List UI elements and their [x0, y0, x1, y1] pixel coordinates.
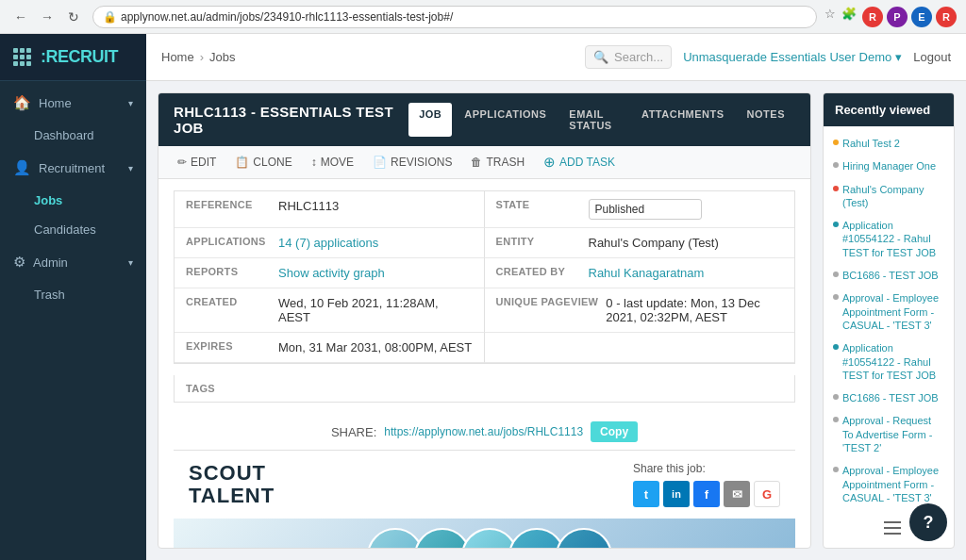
help-icon: ?	[924, 513, 934, 533]
unique-pageview-label: UNIQUE PAGEVIEW	[496, 296, 599, 307]
breadcrumb-home[interactable]: Home	[161, 50, 194, 64]
ext-icon-3[interactable]: E	[911, 7, 932, 27]
unique-pageview-value: 0 - last update: Mon, 13 Dec 2021, 02:32…	[606, 296, 783, 324]
logout-button[interactable]: Logout	[913, 50, 951, 64]
search-box[interactable]: 🔍 Search...	[585, 45, 672, 69]
expires-value: Mon, 31 Mar 2031, 08:00PM, AEST	[278, 340, 472, 354]
rv-dot-4	[833, 222, 839, 227]
recently-viewed-header: Recently viewed	[824, 93, 954, 126]
rv-dot-8	[833, 394, 839, 400]
preview-header: SCOUT TALENT Share this job: t in f ✉	[174, 451, 795, 519]
ext-icon-1[interactable]: R	[862, 7, 883, 27]
job-title: RHLC1113 - ESSENTIALS TEST JOB	[174, 104, 408, 136]
user-label: Unmasquerade Essentials User Demo	[683, 50, 891, 64]
top-header: Home › Jobs 🔍 Search... Unmasquerade Ess…	[146, 34, 966, 81]
edit-icon: ✏	[177, 156, 187, 169]
sidebar-logo: :RECRUIT	[0, 34, 146, 81]
hamburger-button[interactable]	[879, 515, 906, 541]
tab-attachments[interactable]: ATTACHMENTS	[631, 103, 735, 137]
hamburger-line-2	[884, 527, 901, 529]
url-bar[interactable]: 🔒 applynow.net.au/admin/jobs/234910-rhlc…	[92, 6, 817, 28]
reference-cell: REFERENCE RHLC1113	[175, 191, 485, 228]
email-icon[interactable]: ✉	[724, 481, 750, 507]
tab-job[interactable]: JOB	[408, 103, 452, 137]
ext-icon-2[interactable]: P	[887, 7, 908, 27]
recently-viewed-list: Rahul Test 2 Hiring Manager One Rahul's …	[824, 126, 954, 515]
state-select[interactable]: Published Draft Closed Pending	[589, 199, 702, 220]
rv-item-10[interactable]: Approval - Employee Appointment Form - C…	[824, 459, 954, 509]
reports-link[interactable]: Show activity graph	[278, 266, 385, 280]
reference-label: REFERENCE	[186, 199, 271, 210]
tags-label: TAGS	[186, 383, 271, 394]
facebook-icon[interactable]: f	[693, 481, 720, 507]
breadcrumb: Home › Jobs	[161, 50, 577, 64]
entity-cell: ENTITY Rahul's Company (Test)	[485, 228, 795, 258]
sidebar-label-admin: Admin	[33, 255, 68, 270]
sidebar-item-admin[interactable]: ⚙ Admin ▾	[0, 244, 146, 280]
share-url[interactable]: https://applynow.net.au/jobs/RHLC1113	[384, 425, 583, 438]
back-button[interactable]: ←	[9, 6, 32, 28]
clone-button[interactable]: 📋 CLONE	[231, 154, 295, 171]
refresh-button[interactable]: ↻	[62, 6, 85, 28]
sidebar-item-candidates[interactable]: Candidates	[0, 215, 146, 244]
clone-icon: 📋	[235, 156, 249, 169]
app-logo-text: :RECRUIT	[41, 47, 118, 67]
linkedin-icon[interactable]: in	[663, 481, 690, 507]
extensions-icon[interactable]: 🧩	[841, 7, 857, 27]
reports-value: Show activity graph	[278, 266, 385, 280]
tab-applications[interactable]: APPLICATIONS	[454, 103, 557, 137]
rv-item-5[interactable]: BC1686 - TEST JOB	[824, 264, 954, 287]
sidebar-label-candidates: Candidates	[34, 222, 96, 237]
sidebar-item-home[interactable]: 🏠 Home ▾	[0, 85, 146, 121]
share-job-label: Share this job:	[633, 462, 706, 475]
preview-image-strip	[174, 519, 795, 548]
trash-button[interactable]: 🗑 TRASH	[467, 154, 528, 171]
forward-button[interactable]: →	[36, 6, 58, 28]
rv-item-1[interactable]: Rahul Test 2	[824, 132, 954, 155]
rv-label-3: Rahul's Company (Test)	[842, 184, 924, 208]
details-grid: REFERENCE RHLC1113 STATE Published Draft…	[174, 190, 795, 364]
google-icon[interactable]: G	[754, 481, 780, 507]
rv-item-6[interactable]: Approval - Employee Appointment Form - C…	[824, 287, 954, 337]
rv-label-8: BC1686 - TEST JOB	[842, 392, 939, 404]
created-cell: CREATED Wed, 10 Feb 2021, 11:28AM, AEST	[175, 288, 485, 333]
clone-label: CLONE	[253, 156, 291, 169]
entity-value: Rahul's Company (Test)	[589, 236, 719, 250]
move-button[interactable]: ↕ MOVE	[308, 154, 358, 171]
action-bar: ✏ EDIT 📋 CLONE ↕ MOVE 📄 REVISIONS	[158, 146, 810, 179]
created-by-label: CREATED BY	[496, 266, 581, 277]
sidebar-item-jobs[interactable]: Jobs	[0, 186, 146, 215]
user-menu[interactable]: Unmasquerade Essentials User Demo ▾	[683, 50, 902, 64]
rv-item-8[interactable]: BC1686 - TEST JOB	[824, 387, 954, 409]
tab-notes[interactable]: NOTES	[737, 103, 795, 137]
recruitment-icon: 👤	[13, 159, 31, 176]
rv-item-3[interactable]: Rahul's Company (Test)	[824, 178, 954, 215]
created-by-link[interactable]: Rahul Kanagaratnam	[589, 266, 705, 280]
edit-button[interactable]: ✏ EDIT	[174, 154, 220, 171]
help-button[interactable]: ?	[909, 503, 947, 541]
user-chevron-icon: ▾	[895, 50, 902, 64]
created-by-value: Rahul Kanagaratnam	[589, 266, 705, 280]
revisions-button[interactable]: 📄 REVISIONS	[369, 154, 456, 171]
sidebar-item-dashboard[interactable]: Dashboard	[0, 121, 146, 150]
hamburger-line-1	[884, 521, 901, 523]
ext-icon-4[interactable]: R	[936, 7, 957, 27]
tab-email-status[interactable]: EMAIL STATUS	[558, 103, 629, 137]
created-value: Wed, 10 Feb 2021, 11:28AM, AEST	[278, 296, 473, 324]
rv-item-2[interactable]: Hiring Manager One	[824, 155, 954, 177]
sidebar-item-trash[interactable]: Trash	[0, 280, 146, 309]
applications-link[interactable]: 14 (7) applications	[278, 236, 378, 250]
edit-label: EDIT	[191, 156, 216, 169]
add-task-button[interactable]: ⊕ ADD TASK	[540, 152, 619, 173]
breadcrumb-jobs: Jobs	[209, 50, 235, 64]
share-label: SHARE:	[331, 425, 376, 439]
rv-item-4[interactable]: Application #10554122 - Rahul TEST for T…	[824, 214, 954, 264]
sidebar-item-recruitment[interactable]: 👤 Recruitment ▾	[0, 150, 146, 186]
entity-label: ENTITY	[496, 236, 581, 247]
rv-item-7[interactable]: Application #10554122 - Rahul TEST for T…	[824, 337, 954, 387]
copy-button[interactable]: Copy	[591, 421, 638, 442]
rv-item-9[interactable]: Approval - Request To Advertise Form - '…	[824, 409, 954, 459]
bookmark-icon[interactable]: ☆	[824, 7, 836, 27]
url-text: applynow.net.au/admin/jobs/234910-rhlc11…	[121, 10, 453, 24]
twitter-icon[interactable]: t	[633, 481, 659, 507]
